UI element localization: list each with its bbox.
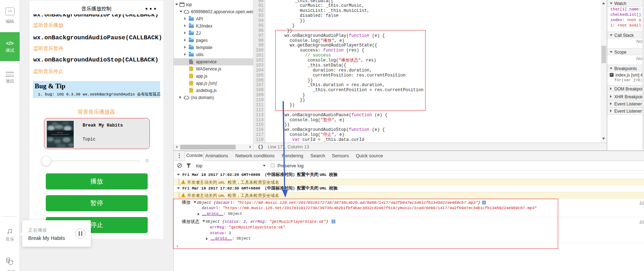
svg-text:BYW: BYW bbox=[57, 131, 63, 134]
